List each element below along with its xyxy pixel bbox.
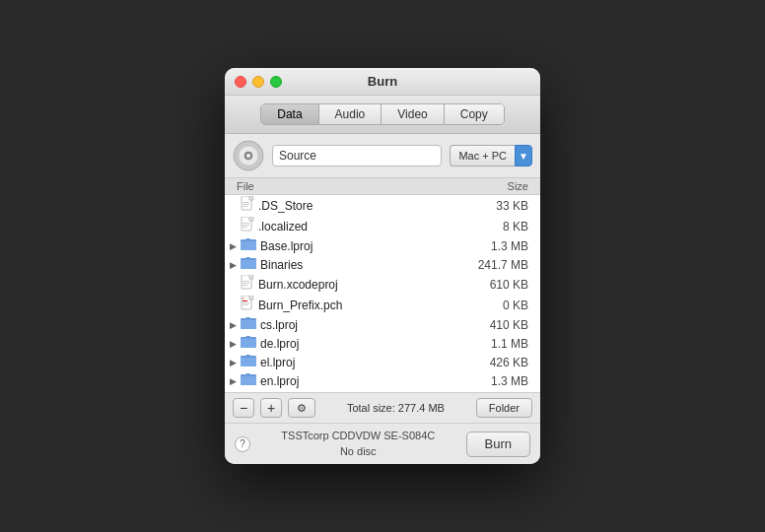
file-size: 33 KB: [471, 199, 540, 213]
table-row[interactable]: ▶ Binaries241.7 MB: [225, 255, 540, 274]
file-column-header: File: [237, 180, 254, 192]
tab-video[interactable]: Video: [382, 104, 444, 124]
titlebar: Burn: [225, 68, 540, 96]
folder-icon: [241, 316, 260, 333]
maximize-button[interactable]: [270, 76, 282, 88]
file-name: en.lproj: [260, 374, 471, 388]
svg-rect-21: [243, 283, 249, 284]
file-size: 241.7 MB: [471, 258, 540, 272]
file-name: Burn.xcodeproj: [258, 278, 471, 292]
expand-arrow: [225, 277, 241, 293]
svg-rect-13: [249, 217, 253, 221]
file-name: .localized: [258, 220, 471, 233]
table-row[interactable]: .localized8 KB: [225, 216, 540, 236]
toolbar: Data Audio Video Copy: [225, 96, 540, 134]
header-file-icon: h: [241, 296, 258, 314]
expand-arrow: [225, 298, 241, 313]
svg-rect-20: [243, 281, 249, 282]
file-name: cs.lproj: [260, 318, 471, 332]
tab-audio[interactable]: Audio: [319, 104, 382, 124]
table-row[interactable]: Burn.xcodeproj610 KB: [225, 274, 540, 295]
folder-button[interactable]: Folder: [476, 398, 532, 418]
svg-rect-8: [243, 202, 249, 203]
table-row[interactable]: ▶ cs.lproj410 KB: [225, 315, 540, 334]
svg-rect-7: [249, 196, 253, 200]
device-info: TSSTcorp CDDVDW SE-S084C No disc: [258, 429, 458, 459]
burn-window: Burn Data Audio Video Copy Mac + PC ▼ Fi…: [225, 68, 540, 464]
svg-rect-26: [243, 300, 247, 301]
svg-rect-16: [243, 227, 247, 228]
tab-data[interactable]: Data: [261, 104, 318, 124]
file-size: 1.1 MB: [471, 337, 540, 351]
svg-point-3: [246, 154, 250, 158]
expand-arrow[interactable]: ▶: [225, 373, 241, 389]
expand-arrow: [225, 219, 241, 234]
table-row[interactable]: ▶ en.lproj1.3 MB: [225, 371, 540, 390]
file-icon: [241, 196, 258, 215]
expand-arrow[interactable]: ▶: [225, 257, 241, 273]
file-icon: [241, 275, 258, 294]
folder-icon: [241, 372, 260, 389]
expand-arrow: [225, 198, 241, 214]
folder-icon: [241, 256, 260, 273]
expand-arrow[interactable]: ▶: [225, 317, 241, 333]
expand-arrow[interactable]: ▶: [225, 238, 241, 254]
table-row[interactable]: ▶ Base.lproj1.3 MB: [225, 236, 540, 255]
expand-arrow[interactable]: ▶: [225, 355, 241, 370]
disc-icon: [233, 140, 264, 171]
file-size: 0 KB: [471, 299, 540, 312]
file-list-header: File Size: [225, 178, 540, 195]
table-row[interactable]: ▶ de.lproj1.1 MB: [225, 334, 540, 353]
mac-pc-selector: Mac + PC ▼: [450, 145, 532, 166]
expand-arrow[interactable]: ▶: [225, 336, 241, 352]
table-row[interactable]: ▶ el.lproj426 KB: [225, 353, 540, 371]
svg-text:h: h: [243, 297, 244, 300]
file-size: 610 KB: [471, 278, 540, 292]
help-button[interactable]: ?: [235, 436, 250, 452]
action-button[interactable]: ⚙: [288, 398, 315, 418]
file-icon: [241, 217, 258, 235]
source-input[interactable]: [272, 145, 442, 166]
minimize-button[interactable]: [252, 76, 264, 88]
svg-rect-14: [243, 223, 249, 224]
add-button[interactable]: +: [260, 398, 282, 418]
mac-pc-label: Mac + PC: [450, 145, 515, 166]
svg-rect-15: [243, 225, 249, 226]
file-list[interactable]: .DS_Store33 KB .localized8 KB▶ Base.lpro…: [225, 195, 540, 392]
status-bar: ? TSSTcorp CDDVDW SE-S084C No disc Burn: [225, 423, 540, 464]
close-button[interactable]: [235, 76, 246, 88]
svg-rect-25: [249, 296, 253, 299]
file-name: el.lproj: [260, 356, 471, 369]
tab-copy[interactable]: Copy: [445, 104, 504, 124]
folder-icon: [241, 354, 260, 370]
total-size-label: Total size: 277.4 MB: [321, 402, 470, 414]
traffic-lights: [235, 76, 282, 88]
file-size: 410 KB: [471, 318, 540, 332]
table-row[interactable]: h Burn_Prefix.pch0 KB: [225, 295, 540, 315]
folder-icon: [241, 335, 260, 352]
svg-rect-10: [243, 206, 247, 207]
tab-group: Data Audio Video Copy: [260, 103, 505, 125]
file-name: de.lproj: [260, 337, 471, 351]
file-name: Burn_Prefix.pch: [258, 299, 471, 312]
burn-button[interactable]: Burn: [466, 432, 530, 457]
device-status: No disc: [258, 444, 458, 459]
svg-rect-22: [243, 285, 247, 286]
mac-pc-dropdown-button[interactable]: ▼: [515, 145, 532, 166]
remove-button[interactable]: −: [233, 398, 254, 418]
bottom-bar: − + ⚙ Total size: 277.4 MB Folder: [225, 392, 540, 423]
file-name: Base.lproj: [260, 239, 471, 253]
source-bar: Mac + PC ▼: [225, 134, 540, 178]
file-size: 1.3 MB: [471, 374, 540, 388]
table-row[interactable]: .DS_Store33 KB: [225, 195, 540, 216]
file-name: Binaries: [260, 258, 471, 272]
svg-rect-19: [249, 275, 253, 279]
folder-icon: [241, 237, 260, 254]
svg-rect-27: [243, 302, 249, 303]
window-title: Burn: [368, 74, 397, 89]
device-name: TSSTcorp CDDVDW SE-S084C: [258, 429, 458, 443]
file-size: 426 KB: [471, 356, 540, 369]
size-column-header: Size: [508, 180, 528, 192]
svg-rect-9: [243, 204, 249, 205]
svg-rect-28: [243, 304, 248, 305]
